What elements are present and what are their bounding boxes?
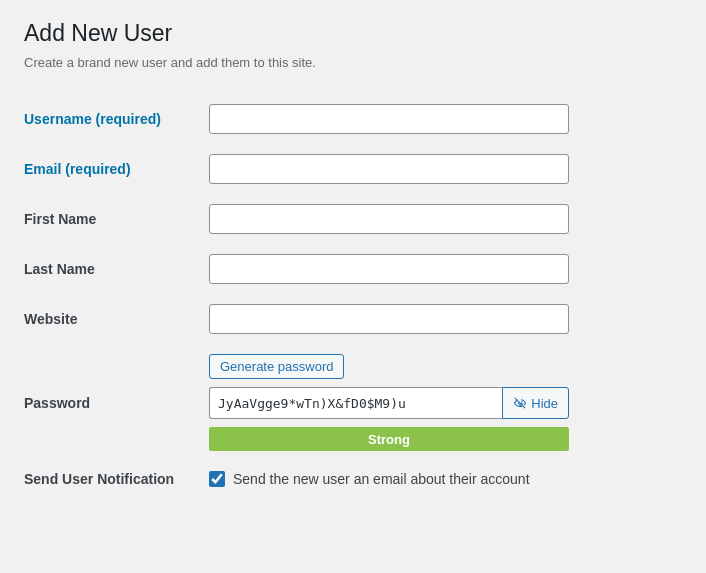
email-input[interactable] [209, 154, 569, 184]
notification-checkbox[interactable] [209, 471, 225, 487]
email-row: Email (required) [24, 144, 682, 194]
page-description: Create a brand new user and add them to … [24, 55, 682, 70]
password-row: Password Generate password Hide [24, 344, 682, 461]
username-label: Username (required) [24, 94, 209, 144]
firstname-row: First Name [24, 194, 682, 244]
username-input[interactable] [209, 104, 569, 134]
notification-row: Send User Notification Send the new user… [24, 461, 682, 497]
notification-cell: Send the new user an email about their a… [209, 461, 682, 497]
lastname-input[interactable] [209, 254, 569, 284]
website-label: Website [24, 294, 209, 344]
hide-password-button[interactable]: Hide [502, 387, 569, 419]
lastname-cell [209, 244, 682, 294]
password-strength-bar: Strong [209, 427, 569, 451]
username-cell [209, 94, 682, 144]
password-cell: Generate password Hide Strong [209, 344, 682, 461]
user-form: Username (required) Email (required) Fir… [24, 94, 682, 497]
notification-section: Send the new user an email about their a… [209, 471, 672, 487]
website-cell [209, 294, 682, 344]
password-label: Password [24, 344, 209, 461]
website-row: Website [24, 294, 682, 344]
password-strength-label: Strong [368, 432, 410, 447]
email-cell [209, 144, 682, 194]
firstname-label: First Name [24, 194, 209, 244]
notification-checkbox-label: Send the new user an email about their a… [233, 471, 530, 487]
hide-label: Hide [531, 396, 558, 411]
firstname-cell [209, 194, 682, 244]
generate-password-button[interactable]: Generate password [209, 354, 344, 379]
password-section: Generate password Hide Strong [209, 354, 672, 451]
password-input[interactable] [209, 387, 502, 419]
firstname-input[interactable] [209, 204, 569, 234]
email-label: Email (required) [24, 144, 209, 194]
website-input[interactable] [209, 304, 569, 334]
username-row: Username (required) [24, 94, 682, 144]
lastname-row: Last Name [24, 244, 682, 294]
page-title: Add New User [24, 20, 682, 47]
lastname-label: Last Name [24, 244, 209, 294]
notification-label: Send User Notification [24, 461, 209, 497]
eye-slash-icon [513, 396, 527, 410]
password-field-row: Hide [209, 387, 569, 419]
